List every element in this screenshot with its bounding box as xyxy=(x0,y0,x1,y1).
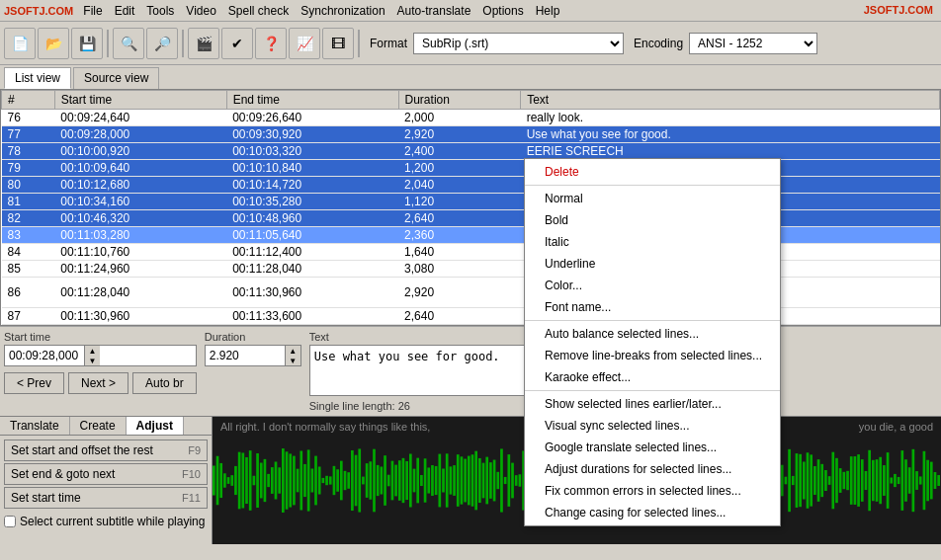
subtitle-table[interactable]: # Start time End time Duration Text 7600… xyxy=(0,89,941,326)
context-menu-item[interactable]: Google translate selected lines... xyxy=(525,437,780,458)
context-menu-item[interactable]: Visual sync selected lines... xyxy=(525,415,780,437)
waveform-subtitle-text: All right. I don't normally say things l… xyxy=(220,421,430,433)
tab-adjust[interactable]: Adjust xyxy=(127,417,184,435)
menu-autotranslate[interactable]: Auto-translate xyxy=(391,2,477,20)
table-row[interactable]: 8100:10:34,16000:10:35,2801,120'NO!' xyxy=(2,194,940,210)
context-menu-item[interactable]: Change casing for selected lines... xyxy=(525,502,780,523)
tab-listview[interactable]: List view xyxy=(4,67,71,89)
waveform-button[interactable]: 📈 xyxy=(289,28,320,59)
table-row[interactable]: 7700:09:28,00000:09:30,9202,920Use what … xyxy=(2,126,940,143)
nav-buttons: < Prev Next > Auto br xyxy=(4,372,197,394)
view-tabs: List view Source view xyxy=(0,65,941,89)
start-time-up[interactable]: ▲ xyxy=(84,346,100,356)
next-button[interactable]: Next > xyxy=(68,372,128,394)
col-header-text: Text xyxy=(521,91,940,110)
menu-file[interactable]: File xyxy=(77,2,108,20)
adjust-actions: Set start and offset the rest F9 Set end… xyxy=(0,436,212,513)
duration-field: Duration ▲ ▼ xyxy=(205,331,301,366)
context-menu-item[interactable]: Adjust durations for selected lines... xyxy=(525,458,780,480)
start-time-spinner[interactable]: ▲ ▼ xyxy=(4,345,197,366)
format-label: Format xyxy=(370,37,407,50)
table-row[interactable]: 8200:10:46,32000:10:48,9602,640FOOTSTEPS xyxy=(2,210,940,227)
toolbar: 📄 📂 💾 🔍 🔎 🎬 ✔ ❓ 📈 🎞 Format SubRip (.srt)… xyxy=(0,22,941,65)
select-while-playing-row: Select current subtitle while playing xyxy=(0,513,212,530)
logo-left: JSOFTJ.COM xyxy=(4,5,73,17)
context-menu-separator xyxy=(525,185,780,186)
set-start-offset-key: F9 xyxy=(188,444,201,456)
save-button[interactable]: 💾 xyxy=(71,28,103,59)
set-start-time-button[interactable]: Set start time F11 xyxy=(4,487,208,509)
duration-input[interactable] xyxy=(206,347,285,364)
start-time-input[interactable] xyxy=(5,347,84,364)
table-row[interactable]: 7800:10:00,92000:10:03,3202,400EERIE SCR… xyxy=(2,143,940,160)
logo-right: JSOFTJ.COM xyxy=(864,4,933,16)
set-start-time-key: F11 xyxy=(182,492,201,504)
select-while-playing-checkbox[interactable] xyxy=(4,516,16,527)
menu-spellcheck[interactable]: Spell check xyxy=(222,2,295,20)
context-menu-item[interactable]: Bold xyxy=(525,209,780,231)
table-row[interactable]: 8600:11:28,04000:11:30,9602,920Well...at… xyxy=(2,278,940,308)
set-start-offset-button[interactable]: Set start and offset the rest F9 xyxy=(4,440,208,461)
start-time-field: Start time ▲ ▼ < Prev Next > Auto br xyxy=(4,331,197,394)
start-time-label: Start time xyxy=(4,331,197,343)
prev-button[interactable]: < Prev xyxy=(4,372,64,394)
table-row[interactable]: 8500:11:24,96000:11:28,0403,080You look … xyxy=(2,261,940,278)
col-header-start: Start time xyxy=(54,91,226,110)
context-menu-item[interactable]: Delete xyxy=(525,161,780,183)
replace-button[interactable]: 🔎 xyxy=(146,28,178,59)
context-menu-item[interactable]: Auto balance selected lines... xyxy=(525,323,780,345)
context-menu-separator xyxy=(525,320,780,321)
set-end-goto-button[interactable]: Set end & goto next F10 xyxy=(4,463,208,485)
context-menu-item[interactable]: Underline xyxy=(525,253,780,275)
table-row[interactable]: 8000:10:12,68000:10:14,7202,040HORSE NEI… xyxy=(2,177,940,194)
open-button[interactable]: 📂 xyxy=(38,28,69,59)
menu-synchronization[interactable]: Synchronization xyxy=(295,2,390,20)
bottom-panel: Translate Create Adjust Set start and of… xyxy=(0,416,941,544)
menu-options[interactable]: Options xyxy=(476,2,529,20)
new-button[interactable]: 📄 xyxy=(4,28,36,59)
find-button[interactable]: 🔍 xyxy=(113,28,144,59)
format-select[interactable]: SubRip (.srt)WebVTT (.vtt)Advanced SubSt… xyxy=(413,33,624,54)
edit-panel: Start time ▲ ▼ < Prev Next > Auto br Dur… xyxy=(0,326,941,416)
context-menu-item[interactable]: Fix common errors in selected lines... xyxy=(525,480,780,502)
col-header-duration: Duration xyxy=(398,91,521,110)
menu-edit[interactable]: Edit xyxy=(109,2,141,20)
menu-help[interactable]: Help xyxy=(530,2,566,20)
table-row[interactable]: 8300:11:03,28000:11:05,6402,360What...wa… xyxy=(2,227,940,244)
table-row[interactable]: 7900:10:09,64000:10:10,8401,200'NO!' xyxy=(2,160,940,177)
menu-tools[interactable]: Tools xyxy=(140,2,180,20)
toolbar-sep-1 xyxy=(107,30,109,57)
help-button[interactable]: ❓ xyxy=(255,28,287,59)
duration-up[interactable]: ▲ xyxy=(285,346,300,356)
table-row[interactable]: 7600:09:24,64000:09:26,6402,000really lo… xyxy=(2,110,940,126)
duration-label: Duration xyxy=(205,331,301,343)
duration-spinner[interactable]: ▲ ▼ xyxy=(205,345,301,366)
col-header-end: End time xyxy=(226,91,398,110)
context-menu-item[interactable]: Show selected lines earlier/later... xyxy=(525,393,780,415)
adjust-panel: Translate Create Adjust Set start and of… xyxy=(0,417,213,544)
set-start-offset-label: Set start and offset the rest xyxy=(11,443,153,457)
tab-translate[interactable]: Translate xyxy=(0,417,70,435)
settings-button[interactable]: 🎞 xyxy=(322,28,354,59)
context-menu-item[interactable]: Font name... xyxy=(525,296,780,318)
context-menu: DeleteNormalBoldItalicUnderlineColor...F… xyxy=(524,158,781,526)
auto-br-button[interactable]: Auto br xyxy=(132,372,197,394)
encoding-select[interactable]: ANSI - 1252 xyxy=(689,33,817,54)
context-menu-item[interactable]: Normal xyxy=(525,188,780,209)
col-header-id: # xyxy=(2,91,55,110)
context-menu-item[interactable]: Karaoke effect... xyxy=(525,366,780,388)
context-menu-item[interactable]: Italic xyxy=(525,231,780,253)
context-menu-item[interactable]: Color... xyxy=(525,275,780,296)
tab-create[interactable]: Create xyxy=(70,417,127,435)
context-menu-item[interactable]: Remove line-breaks from selected lines..… xyxy=(525,345,780,366)
table-row[interactable]: 8700:11:30,96000:11:33,6002,640Let's go. xyxy=(2,308,940,325)
select-while-playing-label: Select current subtitle while playing xyxy=(20,515,205,528)
table-row[interactable]: 8400:11:10,76000:11:12,4001,640What was … xyxy=(2,244,940,261)
menu-video[interactable]: Video xyxy=(180,2,221,20)
check-button[interactable]: ✔ xyxy=(221,28,253,59)
duration-down[interactable]: ▼ xyxy=(285,356,300,365)
toolbar-sep-2 xyxy=(182,30,184,57)
tab-sourceview[interactable]: Source view xyxy=(73,67,159,89)
start-time-down[interactable]: ▼ xyxy=(84,356,100,365)
video-button[interactable]: 🎬 xyxy=(188,28,219,59)
